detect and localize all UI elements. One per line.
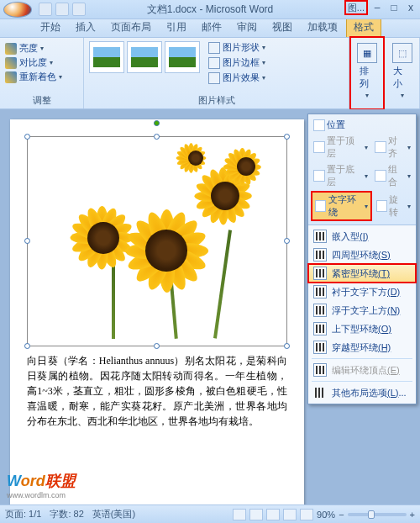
text-wrap-button[interactable]: 文字环绕▾ [311, 191, 372, 221]
arrange-dropdown: 位置 置于顶层▾ 对齐▾ 置于底层▾ 组合▾ 文字环绕▾ 旋转▾ 嵌入型(I) … [307, 114, 417, 404]
qat-redo-icon[interactable] [72, 3, 86, 16]
more-layout-icon [313, 386, 327, 399]
context-tab-label[interactable]: 图... [344, 0, 368, 15]
position-button[interactable]: 位置 [311, 118, 348, 132]
wrap-topbottom[interactable]: 上下型环绕(O) [308, 320, 416, 338]
tab-addins[interactable]: 加载项 [301, 18, 344, 37]
zoom-level[interactable]: 90% [317, 510, 335, 520]
tab-insert[interactable]: 插入 [69, 18, 102, 37]
qat-save-icon[interactable] [39, 3, 52, 16]
picture-effects-button[interactable]: 图片效果▾ [208, 71, 265, 84]
selected-image[interactable] [27, 136, 287, 346]
close-button[interactable]: x [403, 2, 418, 13]
arrange-icon: ▦ [357, 43, 377, 63]
dropdown-toolbar: 位置 置于顶层▾ 对齐▾ 置于底层▾ 组合▾ 文字环绕▾ 旋转▾ [308, 114, 416, 225]
position-icon [313, 119, 325, 131]
wrap-square-icon [313, 248, 327, 262]
shape-icon [208, 42, 220, 54]
recolor-icon [5, 71, 17, 83]
more-layout-options[interactable]: 其他布局选项(L)... [308, 383, 416, 402]
tab-review[interactable]: 审阅 [230, 18, 264, 37]
status-words[interactable]: 字数: 82 [50, 508, 83, 520]
style-thumb-3[interactable] [165, 41, 200, 73]
view-draft[interactable] [300, 509, 313, 520]
style-thumb-1[interactable] [89, 41, 124, 73]
minimize-button[interactable]: – [370, 2, 385, 13]
zoom-slider[interactable] [348, 513, 407, 516]
title-bar: 文档1.docx - Microsoft Word 图... – □ x [0, 0, 420, 19]
quick-access-toolbar [39, 3, 86, 16]
resize-handle[interactable] [24, 238, 30, 244]
tab-layout[interactable]: 页面布局 [104, 18, 158, 37]
wrap-square[interactable]: 四周型环绕(S) [308, 246, 416, 264]
picture-shape-button[interactable]: 图片形状▾ [208, 41, 265, 54]
tab-view[interactable]: 视图 [265, 18, 299, 37]
resize-handle[interactable] [24, 134, 30, 140]
ribbon-tabs: 开始 插入 页面布局 引用 邮件 审阅 视图 加载项 格式 [0, 19, 420, 38]
group-icon [375, 170, 386, 182]
resize-handle[interactable] [24, 343, 30, 349]
arrange-button[interactable]: ▦ 排列▾ [356, 41, 378, 101]
window-title: 文档1.docx - Microsoft Word [147, 3, 273, 17]
zoom-in[interactable]: + [410, 510, 415, 520]
brightness-button[interactable]: 亮度▾ [5, 41, 78, 55]
wrap-behind-icon [313, 285, 327, 298]
text-wrap-icon [315, 200, 326, 212]
group-styles-label: 图片样式 [89, 92, 344, 107]
maximize-button[interactable]: □ [386, 2, 402, 13]
wrap-behind[interactable]: 衬于文字下方(D) [308, 283, 416, 301]
resize-handle[interactable] [154, 134, 160, 140]
wrap-menu: 嵌入型(I) 四周型环绕(S) 紧密型环绕(T) 衬于文字下方(D) 浮于文字上… [308, 225, 416, 404]
view-print-layout[interactable] [233, 509, 246, 520]
group-arrange: ▦ 排列▾ [349, 36, 385, 110]
wrap-front[interactable]: 浮于文字上方(N) [308, 301, 416, 320]
window-controls: 图... – □ x [344, 0, 418, 15]
status-page[interactable]: 页面: 1/1 [5, 508, 41, 520]
wrap-tight-icon [313, 267, 327, 280]
edit-wrap-points[interactable]: 编辑环绕顶点(E) [308, 361, 416, 379]
group-button: 组合▾ [372, 162, 413, 189]
edit-points-icon [313, 363, 327, 377]
office-button[interactable] [3, 2, 32, 18]
page[interactable]: 向日葵（学名：Helianthus annuus）别名太阳花，是菊科向日葵属的植… [10, 119, 304, 505]
style-thumb-2[interactable] [127, 41, 162, 73]
status-language[interactable]: 英语(美国) [92, 508, 135, 520]
resize-handle[interactable] [284, 134, 290, 140]
rotate-handle[interactable] [154, 120, 160, 126]
status-bar: 页面: 1/1 字数: 82 英语(美国) 90% − + [0, 505, 420, 523]
zoom-thumb[interactable] [368, 510, 375, 519]
resize-handle[interactable] [284, 238, 290, 244]
tab-home[interactable]: 开始 [34, 18, 67, 37]
qat-undo-icon[interactable] [55, 3, 69, 16]
send-back-button: 置于底层▾ [311, 162, 370, 189]
wrap-inline[interactable]: 嵌入型(I) [308, 227, 416, 246]
group-picture-styles: 图片形状▾ 图片边框▾ 图片效果▾ 图片样式 [84, 38, 349, 108]
resize-handle[interactable] [284, 343, 290, 349]
tab-references[interactable]: 引用 [160, 18, 193, 37]
wrap-through[interactable]: 穿越型环绕(H) [308, 338, 416, 357]
view-web[interactable] [266, 509, 280, 520]
tab-format[interactable]: 格式 [346, 17, 381, 37]
resize-handle[interactable] [154, 343, 160, 349]
view-outline[interactable] [283, 509, 297, 520]
wrap-tight[interactable]: 紧密型环绕(T) [308, 264, 416, 283]
document-text[interactable]: 向日葵（学名：Helianthus annuus）别名太阳花，是菊科向日葵属的植… [27, 353, 287, 429]
align-button: 对齐▾ [372, 134, 413, 161]
size-icon: ⬚ [392, 43, 412, 63]
border-icon [208, 57, 220, 69]
effects-icon [208, 72, 220, 84]
ribbon: 亮度▾ 对比度▾ 重新着色▾ 调整 图片形状▾ 图片边框▾ 图片效果▾ 图片样式… [0, 38, 420, 109]
zoom-out[interactable]: − [339, 510, 344, 520]
bring-front-button: 置于顶层▾ [311, 134, 370, 161]
wrap-through-icon [313, 341, 327, 354]
brightness-icon [5, 43, 17, 55]
recolor-button[interactable]: 重新着色▾ [5, 70, 78, 84]
wrap-topbottom-icon [313, 322, 327, 335]
align-icon [375, 141, 386, 153]
tab-mailings[interactable]: 邮件 [195, 18, 228, 37]
view-fullscreen[interactable] [249, 509, 263, 520]
bring-front-icon [313, 141, 325, 153]
contrast-button[interactable]: 对比度▾ [5, 55, 78, 70]
picture-border-button[interactable]: 图片边框▾ [208, 56, 265, 69]
size-button[interactable]: ⬚ 大小▾ [390, 41, 414, 101]
